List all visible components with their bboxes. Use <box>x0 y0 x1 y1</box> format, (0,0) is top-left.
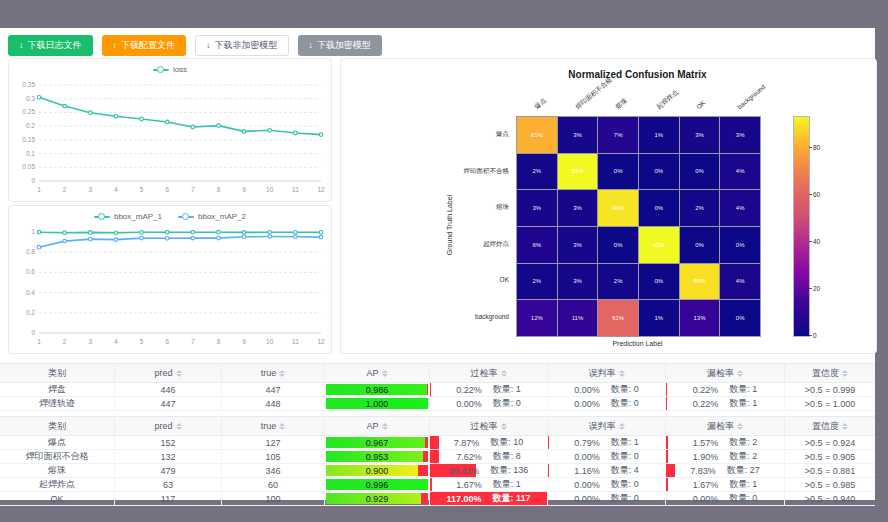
download-log-button[interactable]: ↓下载日志文件 <box>8 35 93 56</box>
cm-cell: 93% <box>558 154 598 190</box>
rate-value: 0.00% <box>693 494 719 504</box>
sort-caret-icon[interactable] <box>501 423 507 430</box>
sort-caret-icon[interactable] <box>501 370 507 377</box>
legend-label: loss <box>173 65 187 74</box>
col-header-误判率[interactable]: 误判率 <box>548 417 666 435</box>
cm-cell: 0% <box>720 300 760 336</box>
missed-detection-cell: 7.83%数量: 27 <box>666 464 785 477</box>
colorbar-tick <box>809 147 812 148</box>
col-header-AP[interactable]: AP <box>325 417 430 435</box>
rate-bar <box>548 464 549 477</box>
svg-text:8: 8 <box>217 186 221 193</box>
cm-row-label: 起焊炸点 <box>341 240 509 249</box>
cm-cell: 3% <box>517 190 557 226</box>
colorbar-tick <box>809 194 812 195</box>
misjudge-cell: 0.00%数量: 0 <box>548 383 666 396</box>
sort-caret-icon[interactable] <box>279 370 285 377</box>
col-header-漏检率[interactable]: 漏检率 <box>666 417 785 435</box>
sort-caret-icon[interactable] <box>176 370 182 377</box>
col-header-漏检率[interactable]: 漏检率 <box>666 364 785 382</box>
rate-value: 7.62% <box>456 452 482 462</box>
colorbar-tick-label: 60 <box>813 190 820 197</box>
rate-bar <box>666 397 667 410</box>
rate-count: 数量: 136 <box>490 464 528 477</box>
col-header-AP[interactable]: AP <box>325 364 430 382</box>
sort-caret-icon[interactable] <box>619 423 625 430</box>
sort-caret-icon[interactable] <box>279 423 285 430</box>
col-header-过检率[interactable]: 过检率 <box>430 417 548 435</box>
col-header-置信度[interactable]: 置信度 <box>785 417 875 435</box>
svg-text:1: 1 <box>37 338 41 345</box>
cm-cell: 4% <box>720 154 760 190</box>
sort-caret-icon[interactable] <box>382 370 388 377</box>
download-encrypted-model-button[interactable]: ↓下载加密模型 <box>298 35 383 56</box>
sort-caret-icon[interactable] <box>737 423 743 430</box>
legend-marker <box>153 66 169 74</box>
col-header-true[interactable]: true <box>222 417 325 435</box>
col-header-class: 类别 <box>0 417 115 435</box>
over-detection-cell: 0.00%数量: 0 <box>430 397 548 410</box>
map-chart-legend: bbox_mAP_1bbox_mAP_2 <box>9 212 331 221</box>
rate-bar <box>666 478 668 491</box>
value-cell: 63 <box>115 478 222 491</box>
svg-text:9: 9 <box>242 186 246 193</box>
col-header-pred[interactable]: pred <box>115 364 222 382</box>
sort-caret-icon[interactable] <box>842 370 848 377</box>
ap-bar-track: 0.953 <box>326 451 428 462</box>
window-frame: ↓下载日志文件↓下载配置文件↓下载非加密模型↓下载加密模型 loss 00.05… <box>0 0 888 522</box>
rate-value: 0.79% <box>574 438 600 448</box>
download-config-button[interactable]: ↓下载配置文件 <box>102 35 187 56</box>
col-header-过检率[interactable]: 过检率 <box>430 364 548 382</box>
class-cell: 焊盘 <box>0 383 115 396</box>
sort-caret-icon[interactable] <box>176 423 182 430</box>
col-header-误判率[interactable]: 误判率 <box>548 364 666 382</box>
ap-cell: 1.000 <box>325 397 430 410</box>
ap-bar-track: 0.929 <box>326 493 428 504</box>
legend-item-bbox_mAP_1[interactable]: bbox_mAP_1 <box>94 212 162 221</box>
legend-label: bbox_mAP_2 <box>198 212 246 221</box>
col-header-置信度[interactable]: 置信度 <box>785 364 875 382</box>
col-header-label: 类别 <box>48 367 66 380</box>
svg-text:0.2: 0.2 <box>26 309 35 316</box>
value-cell: 117 <box>115 492 222 505</box>
legend-item-loss[interactable]: loss <box>153 65 187 74</box>
cm-cell: 93% <box>639 227 679 263</box>
col-header-label: 置信度 <box>812 420 839 433</box>
legend-marker <box>94 213 110 221</box>
download-unencrypted-model-button[interactable]: ↓下载非加密模型 <box>195 35 289 56</box>
table-header-row: 类别predtrueAP过检率误判率漏检率置信度 <box>0 363 875 383</box>
cm-cell: 1% <box>639 300 679 336</box>
col-header-label: AP <box>366 421 378 431</box>
button-label: 下载配置文件 <box>121 39 175 52</box>
col-header-pred[interactable]: pred <box>115 417 222 435</box>
table-row: 焊盘4464470.9860.22%数量: 10.00%数量: 00.22%数量… <box>0 383 875 397</box>
svg-text:1: 1 <box>31 228 35 235</box>
metrics-tables: 类别predtrueAP过检率误判率漏检率置信度焊盘4464470.9860.2… <box>0 363 875 511</box>
rate-count: 数量: 1 <box>729 478 757 491</box>
confidence-cell: >0.5 = 0.999 <box>785 383 875 396</box>
ap-value: 0.953 <box>326 451 428 462</box>
rate-count: 数量: 1 <box>493 383 521 396</box>
sort-caret-icon[interactable] <box>737 370 743 377</box>
colorbar-tick-label: 0 <box>813 332 817 339</box>
cm-row-label: background <box>341 313 509 320</box>
sort-caret-icon[interactable] <box>842 423 848 430</box>
cm-cell: 4% <box>720 190 760 226</box>
ap-cell: 0.967 <box>325 436 430 449</box>
rate-value: 1.90% <box>693 452 719 462</box>
legend-item-bbox_mAP_2[interactable]: bbox_mAP_2 <box>178 212 246 221</box>
col-header-label: 误判率 <box>589 420 616 433</box>
misjudge-cell: 0.00%数量: 0 <box>548 478 666 491</box>
ap-value: 1.000 <box>326 398 428 409</box>
toolbar: ↓下载日志文件↓下载配置文件↓下载非加密模型↓下载加密模型 <box>8 35 391 56</box>
rate-value: 0.00% <box>456 399 482 409</box>
svg-text:5: 5 <box>140 186 144 193</box>
col-header-true[interactable]: true <box>222 364 325 382</box>
value-cell: 448 <box>222 397 325 410</box>
over-detection-cell: 0.22%数量: 1 <box>430 383 548 396</box>
sort-caret-icon[interactable] <box>619 370 625 377</box>
sort-caret-icon[interactable] <box>382 423 388 430</box>
rate-count: 数量: 2 <box>729 436 757 449</box>
cm-cell: 3% <box>558 227 598 263</box>
svg-text:12: 12 <box>317 186 325 193</box>
